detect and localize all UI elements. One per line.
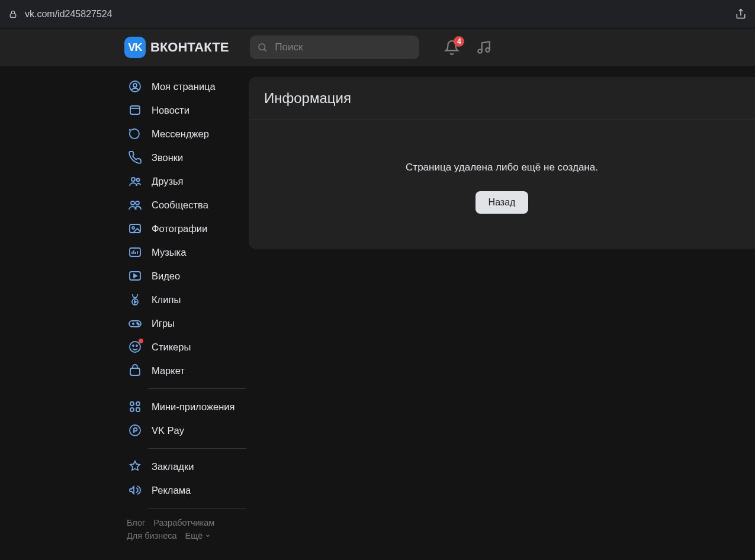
page-title: Информация <box>249 77 755 120</box>
svg-point-2 <box>478 49 483 53</box>
clips-icon <box>128 292 142 307</box>
new-dot <box>139 339 143 343</box>
music-button[interactable] <box>476 40 491 55</box>
news-icon <box>128 103 142 117</box>
sidebar-item-label: Звонки <box>152 152 183 163</box>
ads-icon <box>128 483 142 497</box>
browser-url[interactable]: vk.com/id245827524 <box>25 9 113 20</box>
sidebar-footer: БлогРазработчикамДля бизнесаЕщё <box>124 514 249 540</box>
sidebar-item-label: Новости <box>152 105 189 116</box>
footer-link[interactable]: Для бизнеса <box>127 531 177 540</box>
main-content: Информация Страница удалена либо ещё не … <box>249 66 755 560</box>
search-icon <box>257 42 268 53</box>
info-card: Информация Страница удалена либо ещё не … <box>249 77 755 249</box>
sidebar-item-messenger[interactable]: Мессенджер <box>124 122 249 146</box>
svg-point-27 <box>130 425 140 436</box>
notifications-button[interactable]: 4 <box>444 40 460 55</box>
svg-point-9 <box>131 201 134 205</box>
calls-icon <box>128 150 142 165</box>
pay-icon <box>128 423 142 437</box>
profile-icon <box>128 79 142 94</box>
sidebar-item-clips[interactable]: Клипы <box>124 288 249 311</box>
market-icon <box>128 363 142 378</box>
games-icon <box>128 316 142 330</box>
photos-icon <box>128 221 142 236</box>
sidebar-item-profile[interactable]: Моя страница <box>124 75 249 98</box>
svg-point-24 <box>136 402 140 405</box>
sidebar: Моя страницаНовостиМессенджерЗвонкиДрузь… <box>124 66 249 560</box>
sidebar-item-label: Мини-приложения <box>152 401 234 413</box>
video-icon <box>128 269 142 283</box>
sidebar-divider <box>148 448 246 449</box>
sidebar-item-label: Маркет <box>152 365 185 376</box>
sidebar-item-label: Моя страница <box>152 81 216 92</box>
communities-icon <box>128 198 142 212</box>
sidebar-item-video[interactable]: Видео <box>124 264 249 288</box>
footer-link[interactable]: Ещё <box>185 531 211 540</box>
sidebar-item-music[interactable]: Музыка <box>124 240 249 264</box>
sidebar-item-calls[interactable]: Звонки <box>124 146 249 169</box>
svg-point-21 <box>136 345 137 346</box>
svg-point-3 <box>486 48 490 52</box>
music-icon <box>128 245 142 259</box>
svg-point-7 <box>131 178 135 181</box>
lock-icon <box>8 9 18 19</box>
apps-icon <box>128 400 142 414</box>
sidebar-item-pay[interactable]: VK Pay <box>124 419 249 442</box>
sidebar-item-apps[interactable]: Мини-приложения <box>124 395 249 419</box>
sidebar-item-label: Игры <box>152 318 175 329</box>
share-icon[interactable] <box>735 8 747 20</box>
search-input[interactable] <box>250 36 419 59</box>
sidebar-item-photos[interactable]: Фотографии <box>124 217 249 240</box>
browser-url-bar: vk.com/id245827524 <box>0 0 755 28</box>
svg-point-10 <box>136 201 139 205</box>
sidebar-item-label: Реклама <box>152 485 191 496</box>
sidebar-item-stickers[interactable]: Стикеры <box>124 335 249 359</box>
sidebar-item-label: Стикеры <box>152 342 191 353</box>
sidebar-item-label: Сообщества <box>152 199 208 211</box>
svg-point-18 <box>138 324 139 325</box>
sidebar-item-label: Видео <box>152 271 180 282</box>
sidebar-item-market[interactable]: Маркет <box>124 359 249 382</box>
sidebar-item-ads[interactable]: Реклама <box>124 478 249 502</box>
footer-link[interactable]: Разработчикам <box>153 518 214 527</box>
sidebar-item-label: Закладки <box>152 461 194 472</box>
back-button[interactable]: Назад <box>476 191 529 214</box>
svg-point-23 <box>130 402 134 405</box>
sidebar-item-news[interactable]: Новости <box>124 98 249 122</box>
friends-icon <box>128 174 142 188</box>
sidebar-item-label: Клипы <box>152 294 181 305</box>
sidebar-divider <box>148 508 246 508</box>
svg-point-20 <box>133 345 134 346</box>
svg-rect-22 <box>130 368 140 375</box>
logo[interactable]: VK ВКОНТАКТЕ <box>124 37 229 58</box>
sidebar-item-bookmarks[interactable]: Закладки <box>124 455 249 478</box>
sidebar-item-label: Музыка <box>152 247 186 258</box>
bookmarks-icon <box>128 459 142 474</box>
sidebar-item-communities[interactable]: Сообщества <box>124 193 249 217</box>
sidebar-divider <box>148 388 246 389</box>
logo-text: ВКОНТАКТЕ <box>150 40 229 55</box>
search-box[interactable] <box>250 36 419 59</box>
header: VK ВКОНТАКТЕ 4 <box>0 28 755 66</box>
sidebar-item-label: Друзья <box>152 176 184 187</box>
svg-rect-13 <box>130 248 140 256</box>
svg-point-1 <box>259 44 265 50</box>
svg-rect-26 <box>136 408 140 411</box>
notifications-badge: 4 <box>454 36 464 47</box>
sidebar-item-label: Фотографии <box>152 223 207 234</box>
svg-rect-0 <box>10 14 15 17</box>
vk-logo-icon: VK <box>124 37 146 58</box>
svg-rect-6 <box>130 106 140 114</box>
svg-point-19 <box>130 342 140 352</box>
sidebar-item-label: VK Pay <box>152 425 184 436</box>
sidebar-item-games[interactable]: Игры <box>124 311 249 335</box>
messenger-icon <box>128 127 142 141</box>
sidebar-item-label: Мессенджер <box>152 128 209 140</box>
stickers-icon <box>128 340 142 354</box>
svg-point-25 <box>130 408 134 411</box>
sidebar-item-friends[interactable]: Друзья <box>124 169 249 193</box>
footer-link[interactable]: Блог <box>127 518 145 527</box>
svg-point-5 <box>133 83 137 87</box>
info-message: Страница удалена либо ещё не создана. <box>249 162 755 173</box>
